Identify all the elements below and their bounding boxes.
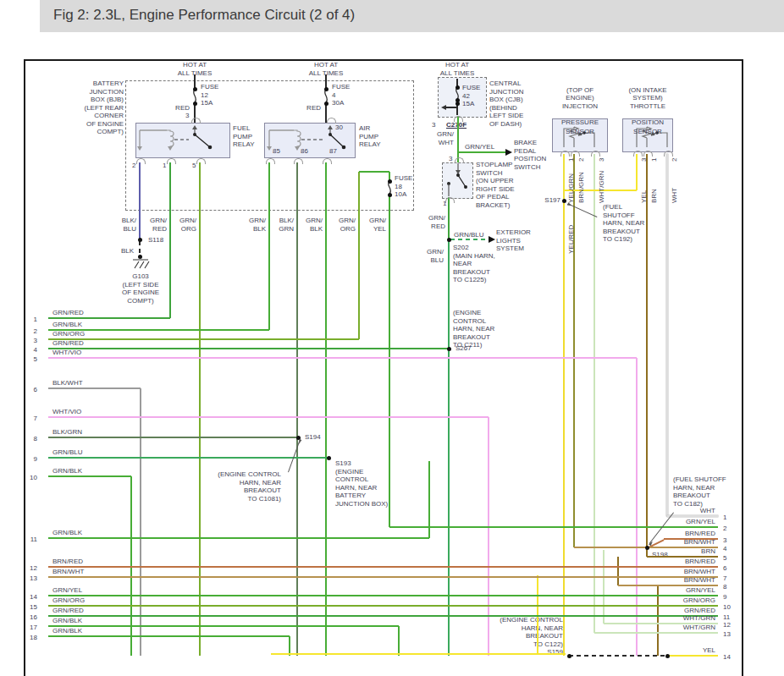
- left-row-wire-label: BLK/WHT: [52, 379, 83, 387]
- splice-dot: [388, 193, 392, 197]
- fuse-42-label: FUSE 42 15A: [462, 84, 480, 108]
- pin-arc-icon: [571, 151, 580, 157]
- right-row-number: 13: [723, 630, 737, 639]
- pin-arc-icon: [196, 158, 206, 164]
- wire: [325, 162, 327, 656]
- pin-arc-icon: [191, 118, 201, 124]
- wire: [445, 107, 457, 108]
- wire: [199, 162, 201, 656]
- red-wire-label: RED: [301, 104, 321, 113]
- s193-label: S193 (ENGINE CONTROL HARN, NEAR BATTERY …: [335, 459, 388, 508]
- wiring-diagram-page: { "header": { "title": "Fig 2: 2.3L, Eng…: [0, 0, 784, 676]
- left-row-wire-label: GRN/BLK: [52, 321, 82, 329]
- pin-arc-icon: [560, 151, 570, 157]
- left-row-number: 6: [24, 386, 37, 394]
- wire: [398, 626, 400, 656]
- g103-label: G103 (LEFT SIDE OF ENGINE COMPT): [108, 272, 173, 305]
- pin-arc-icon: [323, 158, 332, 164]
- left-row-wire-label: GRN/ORG: [52, 330, 85, 338]
- right-row-wire-label: BRN/WHT: [648, 576, 715, 585]
- wire: [359, 171, 389, 173]
- fuel-relay-pin1-label: 1: [163, 162, 166, 170]
- wire: [448, 197, 450, 239]
- ips-caption-line4: PRESSURE: [550, 118, 610, 127]
- wire: [389, 526, 718, 528]
- wire: [617, 557, 619, 585]
- pin-arc-icon: [294, 158, 303, 164]
- left-row-number: 11: [24, 536, 37, 544]
- left-row-number: 12: [24, 564, 37, 573]
- splice-dot: [138, 238, 142, 242]
- right-row-number: 3: [723, 536, 737, 545]
- ips-wire-label: WHT/GRN: [598, 166, 606, 203]
- splice-dot: [138, 255, 142, 259]
- connector-c270f[interactable]: C270F: [446, 121, 467, 129]
- splice-dot: [193, 102, 197, 106]
- right-row-number: 7: [723, 574, 737, 583]
- left-row-number: 2: [24, 327, 37, 336]
- wire: [669, 655, 718, 657]
- fuel-relay-pin5-label: 5: [192, 162, 196, 170]
- wire: [48, 635, 290, 637]
- splice-dot: [324, 87, 329, 91]
- ips-wire-label: YEL/GRN: [567, 166, 576, 203]
- cjb-label: CENTRAL JUNCTION BOX (CJB) (BEHIND LEFT …: [489, 80, 523, 128]
- left-row-wire-label: GRN/BLK: [52, 627, 82, 635]
- left-row-wire-label: GRN/RED: [52, 339, 84, 348]
- right-row-number: 1: [723, 514, 737, 522]
- bus-wire-label: GRN/ BLK: [239, 217, 266, 233]
- right-row-number: 8: [723, 583, 737, 591]
- pin-arc-icon: [327, 118, 336, 124]
- ips-wire-label: BRN/GRN: [577, 166, 586, 203]
- stoplamp-switch-internals: [442, 162, 472, 197]
- cjb-pin3-label: 3: [432, 121, 435, 129]
- s159-note: (ENGINE CONTROL HARN, NEAR BREAKOUT TO C…: [487, 616, 563, 657]
- wire: [169, 162, 171, 318]
- wire: [646, 154, 648, 547]
- fuel-shutoff-c192-note: (FUEL SHUTOFF HARN, NEAR BREAKOUT TO C19…: [603, 203, 644, 244]
- wire: [48, 595, 718, 596]
- stoplamp-switch-label: STOPLAMP SWITCH (ON UPPER RIGHT SIDE OF …: [476, 161, 515, 209]
- left-row-wire-label: GRN/BLK: [52, 467, 82, 475]
- right-row-wire-label: BRN/WHT: [648, 538, 715, 547]
- fuse-12-label: FUSE 12 15A: [201, 83, 218, 107]
- wire: [458, 151, 505, 153]
- wire: [48, 615, 718, 617]
- tps-caption-top: (ON INTAKE SYSTEM) THROTTLE: [619, 86, 676, 111]
- right-row-wire-label: GRN/ORG: [648, 596, 715, 605]
- left-row-wire-label: GRN/BLK: [52, 529, 82, 537]
- splice-dot: [193, 87, 197, 91]
- left-row-number: 15: [24, 603, 37, 612]
- left-row-wire-label: BRN/WHT: [52, 568, 84, 576]
- tps-caption: (ON INTAKE SYSTEM) THROTTLE POSITION SEN…: [619, 78, 676, 144]
- right-row-number: 10: [723, 603, 737, 612]
- right-row-number: 12: [723, 621, 737, 629]
- left-row-wire-label: BLK/GRN: [52, 428, 82, 437]
- left-row-wire-label: BRN/RED: [52, 558, 83, 566]
- wire: [48, 576, 718, 578]
- ground-icon: [131, 259, 150, 270]
- wire: [48, 317, 170, 319]
- left-row-number: 8: [24, 435, 37, 443]
- left-row-number: 5: [24, 355, 37, 364]
- s267-note-label: (ENGINE CONTROL HARN, NEAR BREAKOUT TO C…: [453, 309, 494, 349]
- air-pump-relay-label: AIR PUMP RELAY: [359, 124, 381, 149]
- hot-at-all-times-label: HOT AT ALL TIMES: [432, 61, 483, 77]
- right-row-wire-label: BRN/RED: [648, 558, 715, 566]
- wire: [666, 154, 668, 516]
- wire: [48, 537, 429, 539]
- splice-dot: [562, 199, 566, 203]
- bpp-switch-label: BRAKE PEDAL POSITION SWITCH: [514, 139, 546, 171]
- wire: [358, 172, 360, 339]
- bus-wire-label: BLK/ BLU: [109, 217, 136, 233]
- bpp-arrow-icon: [505, 149, 512, 156]
- pin-arc-icon: [266, 158, 275, 164]
- yel-red-wire-label: YEL/RED: [567, 212, 576, 254]
- splice-dot: [388, 179, 392, 184]
- fuel-shutoff-c182-note: (FUEL SHUTOFF HARN, NEAR BREAKOUT TO C18…: [673, 475, 726, 508]
- right-row-number: 4: [723, 545, 737, 553]
- splice-dot: [567, 654, 571, 658]
- left-row-number: 18: [24, 634, 37, 642]
- bjb-label: BATTERY JUNCTION BOX (BJB) (LEFT REAR CO…: [51, 80, 124, 136]
- air-relay-pin85-label: 85: [273, 147, 280, 156]
